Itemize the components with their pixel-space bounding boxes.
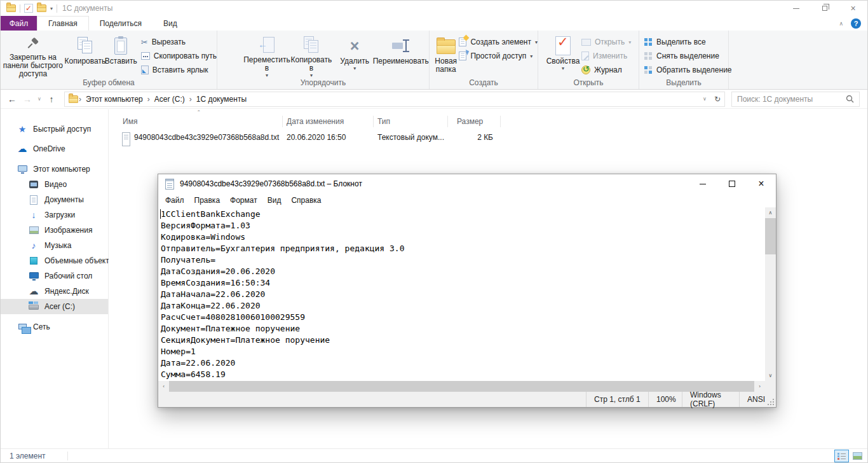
notepad-titlebar[interactable]: 94908043cdbe43c3929e07368b568a8d.txt – Б… <box>158 174 776 193</box>
menu-help[interactable]: Справка <box>286 196 326 205</box>
sidebar-item-downloads[interactable]: ↓ Загрузки <box>1 207 108 223</box>
new-item-button[interactable]: Создать элемент ▾ <box>459 36 538 48</box>
recent-locations-chevron-icon[interactable]: ∨ <box>35 91 44 107</box>
vertical-scrollbar[interactable]: ∧ ∨ <box>765 207 776 381</box>
pin-to-quick-access-button[interactable]: Закрепить на панели быстрого доступа <box>1 32 65 78</box>
new-folder-qat-icon[interactable] <box>37 4 46 12</box>
notepad-text-area[interactable]: 1CClientBankExchange ВерсияФормата=1.03 … <box>158 207 764 381</box>
details-view-button[interactable] <box>834 450 849 462</box>
sidebar-item-yandex-disk[interactable]: ☁ Яндекс.Диск <box>1 284 108 299</box>
paste-shortcut-button[interactable]: Вставить ярлык <box>141 64 217 76</box>
scroll-down-icon[interactable]: ∨ <box>765 370 776 381</box>
column-header-date[interactable]: Дата изменения <box>287 114 344 128</box>
sidebar-item-pictures[interactable]: Изображения <box>1 223 108 238</box>
thumbnails-view-button[interactable] <box>850 450 865 462</box>
qat-customize-chevron-icon[interactable]: ▾ <box>50 6 53 11</box>
scroll-left-icon[interactable]: ‹ <box>158 381 169 392</box>
column-separator[interactable] <box>373 116 374 127</box>
sidebar-item-this-pc[interactable]: Этот компьютер <box>1 162 108 177</box>
notepad-status-bar: Стр 1, стлб 1 100% Windows (CRLF) ANSI <box>158 392 776 407</box>
restore-button[interactable] <box>810 1 839 16</box>
column-header-name[interactable]: Имя <box>123 114 137 128</box>
close-button[interactable]: × <box>839 1 867 16</box>
column-header-size[interactable]: Размер <box>457 114 483 128</box>
back-button[interactable]: ← <box>4 91 20 107</box>
sidebar-item-videos[interactable]: Видео <box>1 177 108 192</box>
sidebar-item-onedrive[interactable]: ☁ OneDrive <box>1 141 108 156</box>
sidebar-item-desktop[interactable]: Рабочий стол <box>1 268 108 284</box>
menu-file[interactable]: Файл <box>160 196 189 205</box>
column-separator[interactable] <box>500 116 501 127</box>
sidebar-item-network[interactable]: Сеть <box>1 319 108 335</box>
collapse-ribbon-icon[interactable]: ∧ <box>839 20 843 27</box>
properties-button[interactable]: ✓ Свойства ▾ <box>545 32 581 78</box>
properties-check-icon: ✓ <box>555 36 571 55</box>
select-none-button[interactable]: Снять выделение <box>644 50 732 62</box>
copy-path-button[interactable]: Скопировать путь <box>141 50 217 62</box>
easy-access-button[interactable]: Простой доступ ▾ <box>459 50 538 62</box>
rename-button[interactable]: Переименовать <box>372 32 429 78</box>
notepad-minimize-button[interactable] <box>688 174 717 193</box>
help-icon[interactable]: ? <box>851 18 861 29</box>
file-row[interactable]: 94908043cdbe43c3929e07368b568a8d.txt 20.… <box>109 130 867 144</box>
breadcrumb[interactable]: › Этот компьютер › Acer (C:) › 1С докуме… <box>64 92 725 107</box>
select-all-icon <box>644 38 648 41</box>
explorer-status-bar: 1 элемент <box>1 448 867 462</box>
copy-button[interactable]: Копировать <box>65 32 105 78</box>
menu-format[interactable]: Формат <box>225 196 262 205</box>
minimize-button[interactable] <box>782 1 810 16</box>
move-to-button[interactable]: ← Переместить в ▾ <box>244 32 290 78</box>
vertical-scroll-thumb[interactable] <box>765 218 776 254</box>
address-history-chevron-icon[interactable]: ∨ <box>699 92 710 106</box>
forward-button[interactable]: → <box>20 91 35 107</box>
scroll-up-icon[interactable]: ∧ <box>765 207 776 218</box>
invert-selection-button[interactable]: Обратить выделение <box>644 64 732 76</box>
column-separator[interactable] <box>282 116 283 127</box>
documents-icon <box>29 195 39 205</box>
breadcrumb-current-folder[interactable]: 1С документы <box>193 95 250 104</box>
search-input[interactable] <box>732 95 844 104</box>
up-button[interactable]: ↑ <box>44 91 59 107</box>
sidebar-item-3d-objects[interactable]: Объемные объекты <box>1 253 108 268</box>
minimize-icon <box>793 8 799 9</box>
tab-view[interactable]: Вид <box>153 16 188 31</box>
breadcrumb-drive-c[interactable]: Acer (C:) <box>151 95 189 104</box>
ribbon-group-select: Выделить все Снять выделение Обратить вы… <box>639 31 729 89</box>
paste-shortcut-icon <box>141 66 149 74</box>
menu-edit[interactable]: Правка <box>189 196 226 205</box>
horizontal-scrollbar[interactable]: ‹ › <box>158 381 765 392</box>
paste-button[interactable]: Вставить <box>105 32 137 78</box>
breadcrumb-this-pc[interactable]: Этот компьютер <box>82 95 147 104</box>
open-button[interactable]: Открыть ▾ <box>581 36 631 48</box>
computer-icon <box>17 164 27 174</box>
new-folder-button[interactable]: Новая папка <box>433 32 459 78</box>
sidebar-item-quick-access[interactable]: ★ Быстрый доступ <box>1 121 108 137</box>
edit-button[interactable]: Изменить <box>581 50 631 62</box>
copy-to-icon <box>303 36 320 54</box>
sidebar-item-documents[interactable]: Документы <box>1 192 108 207</box>
notepad-maximize-button[interactable] <box>717 174 747 193</box>
select-all-button[interactable]: Выделить все <box>644 36 732 48</box>
history-button[interactable]: ↺ Журнал <box>581 64 631 76</box>
music-icon: ♪ <box>29 240 39 251</box>
caption-buttons: × <box>782 1 867 16</box>
cut-button[interactable]: ✂ Вырезать <box>141 36 217 48</box>
search-icon[interactable] <box>844 95 859 103</box>
notepad-close-button[interactable]: × <box>747 174 776 193</box>
refresh-icon[interactable]: ↻ <box>710 92 724 106</box>
sidebar-item-drive-c[interactable]: Acer (C:) <box>1 299 108 314</box>
column-header-type[interactable]: Тип <box>377 114 390 128</box>
copy-to-button[interactable]: Копировать в ▾ <box>290 32 333 78</box>
tab-share[interactable]: Поделиться <box>89 16 153 31</box>
tab-file[interactable]: Файл <box>1 16 37 31</box>
sidebar-item-music[interactable]: ♪ Музыка <box>1 238 108 253</box>
quick-access-toolbar: ✓ ▾ <box>1 1 57 16</box>
column-separator[interactable] <box>447 116 448 127</box>
invert-selection-icon <box>644 66 648 69</box>
delete-button[interactable]: × Удалить ▾ <box>337 32 373 78</box>
properties-qat-icon[interactable]: ✓ <box>24 4 33 13</box>
horizontal-scroll-thumb[interactable] <box>169 381 754 392</box>
tab-home[interactable]: Главная <box>37 16 89 31</box>
menu-view[interactable]: Вид <box>262 196 287 205</box>
scroll-right-icon[interactable]: › <box>754 381 765 392</box>
